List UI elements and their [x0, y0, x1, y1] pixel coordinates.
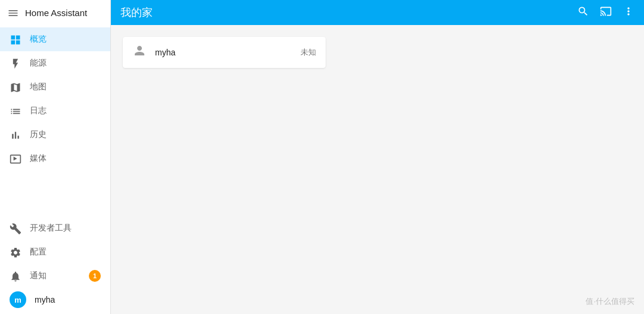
cast-icon[interactable]: [600, 5, 612, 20]
more-icon[interactable]: [623, 5, 634, 20]
topbar-actions: [577, 5, 634, 20]
person-card[interactable]: myha 未知: [123, 37, 326, 68]
sidebar-item-label-logbook: 日志: [30, 105, 47, 116]
sidebar-item-media[interactable]: 媒体: [0, 147, 110, 170]
notification-badge: 1: [89, 270, 101, 282]
grid-icon: [10, 33, 21, 45]
sidebar-item-developer[interactable]: 开发者工具: [0, 216, 110, 240]
bolt-icon: [10, 57, 21, 69]
sidebar-item-map[interactable]: 地图: [0, 75, 110, 99]
wrench-icon: [10, 222, 21, 234]
topbar: 我的家: [111, 0, 644, 25]
sidebar-bottom: 开发者工具 配置 通知 1: [0, 216, 110, 314]
user-name: myha: [35, 295, 55, 304]
sidebar-item-label-overview: 概览: [30, 34, 47, 45]
list-icon: [10, 104, 21, 117]
avatar: m: [10, 291, 26, 308]
sidebar-item-notifications[interactable]: 通知 1: [0, 264, 110, 288]
content-area: myha 未知: [111, 25, 644, 314]
search-icon[interactable]: [577, 5, 589, 20]
chart-icon: [10, 128, 21, 141]
bell-icon: [10, 269, 21, 282]
person-status: 未知: [301, 47, 316, 58]
sidebar-item-label-energy: 能源: [30, 58, 47, 69]
sidebar-header: Home Assistant: [0, 0, 110, 25]
page-title: 我的家: [120, 5, 153, 20]
watermark: 值·什么值得买: [586, 296, 634, 307]
sidebar-item-label-map: 地图: [30, 82, 47, 92]
sidebar-item-label-history: 历史: [30, 129, 47, 140]
hamburger-icon[interactable]: [7, 6, 19, 18]
sidebar-title: Home Assistant: [25, 8, 87, 18]
person-icon: [132, 43, 147, 61]
user-row[interactable]: m myha: [0, 288, 110, 312]
sidebar-item-energy[interactable]: 能源: [0, 51, 110, 75]
gear-icon: [10, 245, 21, 258]
sidebar: Home Assistant 概览 能源: [0, 0, 111, 314]
sidebar-item-label-developer: 开发者工具: [30, 223, 72, 234]
person-name: myha: [155, 48, 292, 57]
sidebar-item-label-media: 媒体: [30, 153, 47, 164]
main-content: 我的家: [111, 0, 644, 314]
sidebar-nav: 概览 能源 地图: [0, 25, 110, 216]
sidebar-item-settings[interactable]: 配置: [0, 240, 110, 264]
sidebar-item-label-notifications: 通知: [30, 271, 47, 281]
map-icon: [10, 80, 21, 93]
sidebar-item-history[interactable]: 历史: [0, 123, 110, 147]
sidebar-item-label-settings: 配置: [30, 247, 47, 257]
media-icon: [10, 152, 21, 164]
sidebar-item-logbook[interactable]: 日志: [0, 99, 110, 123]
sidebar-item-overview[interactable]: 概览: [0, 27, 110, 51]
